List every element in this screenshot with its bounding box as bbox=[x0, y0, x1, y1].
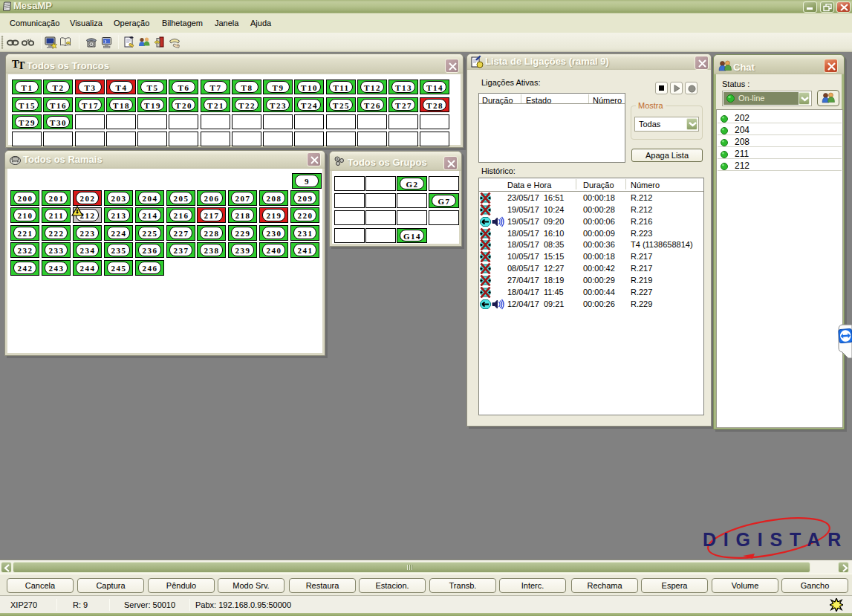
svg-text:DIGISTAR: DIGISTAR bbox=[703, 529, 848, 550]
